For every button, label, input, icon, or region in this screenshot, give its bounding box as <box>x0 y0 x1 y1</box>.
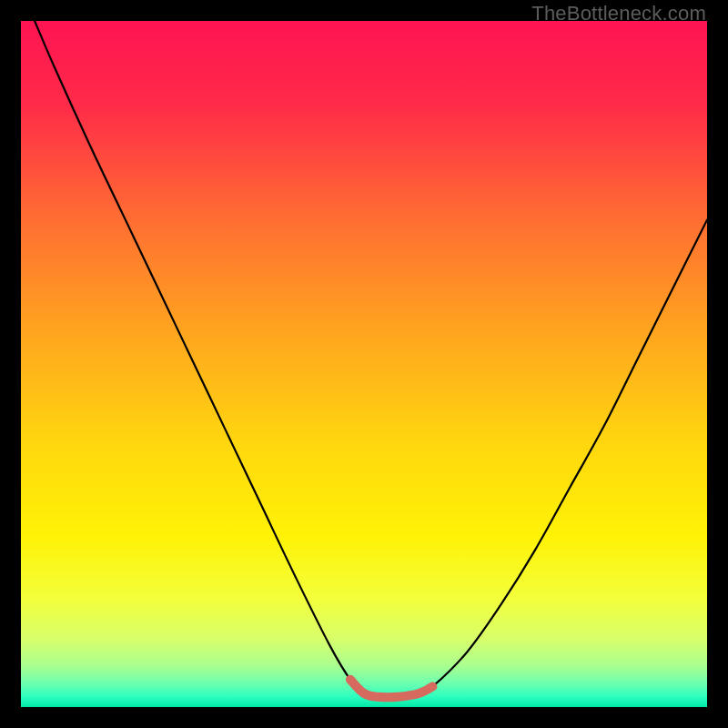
curve-layer <box>21 21 707 707</box>
bottleneck-curve-minimum-highlight <box>350 680 432 697</box>
bottleneck-curve <box>35 21 707 697</box>
plot-area <box>21 21 707 707</box>
chart-frame: TheBottleneck.com <box>0 0 728 728</box>
